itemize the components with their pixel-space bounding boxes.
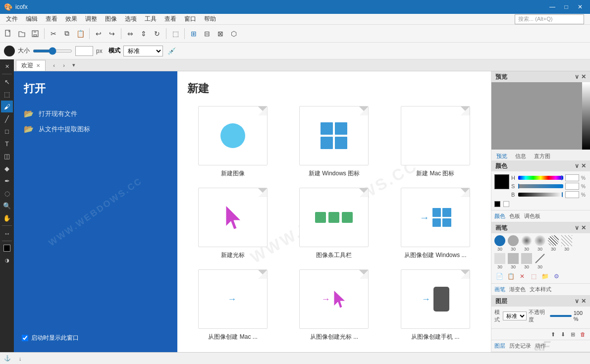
close-panel-btn[interactable]: ✕ [1, 60, 13, 72]
preview-tab-preview[interactable]: 预览 [494, 152, 509, 161]
move-tool[interactable]: ↔ [1, 227, 13, 239]
menu-tools[interactable]: 工具 [141, 14, 161, 24]
bri-slider-track[interactable] [518, 193, 563, 197]
color-collapse[interactable]: ∨ [575, 162, 579, 169]
brush-9[interactable]: 30 [521, 253, 532, 269]
color-tab-color[interactable]: 颜色 [494, 212, 505, 220]
undo-btn[interactable]: ↩ [92, 27, 105, 40]
color-tab-palette[interactable]: 调色板 [524, 212, 540, 220]
brush-10[interactable]: 30 [535, 253, 545, 269]
flip-v-btn[interactable]: ⇕ [137, 27, 150, 40]
maximize-button[interactable]: □ [560, 2, 572, 12]
h-input[interactable]: 0 [565, 174, 579, 181]
preview-collapse[interactable]: ∨ [575, 73, 579, 80]
layers-btn-2[interactable]: ⬇ [558, 330, 567, 339]
menu-edit[interactable]: 编辑 [22, 14, 42, 24]
stack-btn[interactable]: ⬡ [227, 27, 240, 40]
layers-tab-layers[interactable]: 图层 [494, 342, 505, 350]
brush-delete[interactable]: ✕ [517, 271, 527, 281]
layers-close[interactable]: ✕ [581, 298, 586, 305]
paint-tool[interactable]: 🖌 [1, 101, 13, 112]
rect-tool[interactable]: □ [1, 125, 13, 137]
rotate-btn[interactable]: ↻ [151, 27, 163, 40]
minimize-button[interactable]: — [546, 2, 558, 12]
brush-1[interactable]: 30 [494, 235, 505, 252]
preview-tab-info[interactable]: 信息 [513, 152, 528, 161]
paste-btn[interactable]: 📋 [74, 27, 87, 40]
save-btn[interactable] [29, 27, 42, 40]
welcome-tab[interactable]: 欢迎 ✕ [16, 60, 46, 71]
brush-3[interactable]: 30 [521, 235, 532, 252]
brush-2[interactable]: 30 [508, 235, 519, 252]
brush-import[interactable]: 📁 [540, 271, 550, 281]
brush-tab-gradient[interactable]: 渐变色 [509, 286, 526, 293]
mode-select[interactable]: 标准 [123, 46, 163, 56]
new-cursor-item[interactable]: 新建光标 [187, 188, 278, 260]
img-to-mac-item[interactable]: → 从图像创建 Mac ... [187, 269, 278, 341]
open-btn[interactable] [15, 27, 28, 40]
brush-new[interactable]: 📄 [494, 271, 504, 281]
menu-file[interactable]: 文件 [2, 14, 22, 24]
toolbar-strip-item[interactable]: 图像条工具栏 [288, 188, 379, 260]
color-swatch[interactable] [1, 243, 12, 254]
brush-export[interactable]: ⬚ [529, 271, 538, 281]
text-tool[interactable]: T [1, 138, 13, 150]
brush-7[interactable]: 30 [494, 253, 505, 269]
tab-next[interactable]: › [59, 61, 68, 70]
new-mac-item[interactable]: 新建 Mac 图标 [390, 106, 481, 178]
quick-mask-btn[interactable]: ◑ [1, 254, 13, 266]
line-tool[interactable]: ╱ [1, 113, 13, 125]
extract-icon-item[interactable]: 📂 从文件中提取图标 [24, 121, 167, 137]
transparent-btn[interactable]: ⊠ [214, 27, 227, 40]
brush-collapse[interactable]: ∨ [575, 224, 579, 231]
redo-btn[interactable]: ↪ [106, 27, 118, 40]
preview-close[interactable]: ✕ [581, 73, 586, 80]
menu-help[interactable]: 帮助 [200, 14, 220, 24]
img-to-cursor-item[interactable]: → 从图像创建光标 ... [288, 269, 379, 341]
select-btn[interactable]: ⬚ [169, 27, 182, 40]
search-box[interactable]: 搜索... (Alt+Q) [515, 14, 584, 24]
tab-menu[interactable]: ▾ [69, 61, 78, 70]
brush-8[interactable]: 30 [508, 253, 519, 269]
img-to-phone-item[interactable]: → 从图像创建手机 ... [390, 269, 481, 341]
layers-btn-3[interactable]: ⊞ [568, 330, 577, 339]
menu-adjust[interactable]: 调整 [81, 14, 101, 24]
show-on-startup-checkbox[interactable] [22, 335, 28, 341]
blur-tool[interactable]: ◌ [1, 187, 13, 199]
size-slider[interactable] [33, 50, 72, 52]
color-tab-swatches[interactable]: 色板 [509, 212, 520, 220]
brush-4[interactable]: 30 [535, 235, 545, 252]
rect-select-tool[interactable]: ⬚ [1, 88, 13, 100]
preview-tab-histogram[interactable]: 直方图 [532, 152, 552, 161]
eyedropper-icon[interactable]: 💉 [166, 45, 178, 57]
hand-tool[interactable]: ✋ [1, 212, 13, 224]
layers-collapse[interactable]: ∨ [575, 298, 579, 305]
grid-btn[interactable]: ⊞ [187, 27, 200, 40]
menu-options[interactable]: 选项 [121, 14, 141, 24]
layers-btn-1[interactable]: ⬆ [548, 330, 557, 339]
flip-h-btn[interactable]: ⇔ [124, 27, 137, 40]
s-input[interactable]: 0 [565, 183, 579, 190]
pixel-btn[interactable]: ⊟ [201, 27, 214, 40]
brush-settings[interactable]: ⚙ [551, 271, 561, 281]
zoom-tool[interactable]: 🔍 [1, 200, 13, 211]
brush-tab-brush[interactable]: 画笔 [494, 286, 505, 293]
brush-copy[interactable]: 📋 [506, 271, 516, 281]
new-windows-item[interactable]: 新建 Windows 图标 [288, 106, 379, 178]
color-swatch-main[interactable] [494, 174, 509, 189]
brush-close[interactable]: ✕ [581, 224, 586, 231]
tab-prev[interactable]: ‹ [50, 61, 58, 70]
copy-btn[interactable]: ⧉ [60, 27, 73, 40]
opacity-slider[interactable] [550, 315, 572, 317]
menu-view2[interactable]: 查看 [161, 14, 180, 24]
menu-view1[interactable]: 查看 [42, 14, 61, 24]
img-to-windows-item[interactable]: → 从图像创建 Windows ... [390, 188, 481, 260]
menu-effects[interactable]: 效果 [61, 14, 81, 24]
layers-tab-history[interactable]: 历史记录 [509, 342, 531, 350]
menu-image[interactable]: 图像 [101, 14, 121, 24]
new-btn[interactable] [2, 27, 15, 40]
sw-black[interactable] [494, 201, 500, 207]
brush-6[interactable]: 30 [561, 235, 572, 252]
b-input[interactable]: 0 [565, 191, 579, 198]
arrow-tool[interactable]: ↖ [1, 76, 13, 88]
